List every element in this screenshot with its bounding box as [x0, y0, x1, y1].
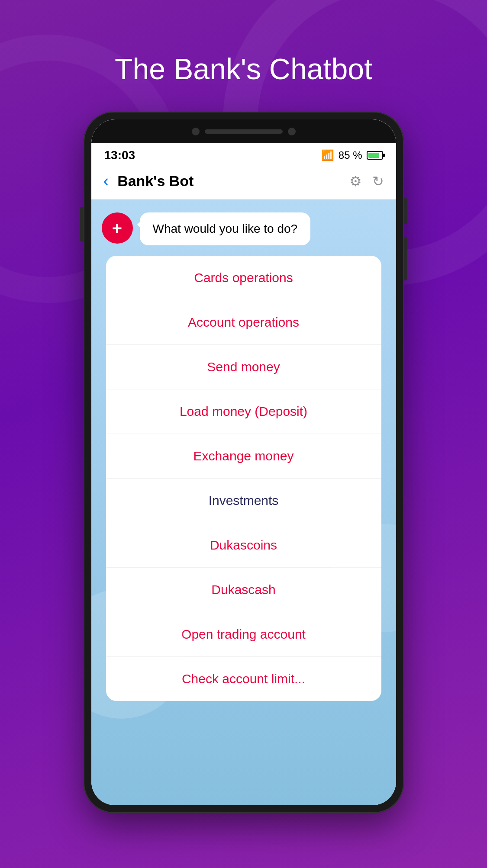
bot-question-text: What would you like to do?: [153, 222, 298, 235]
option-send-money[interactable]: Send money: [106, 345, 381, 389]
option-load-money[interactable]: Load money (Deposit): [106, 389, 381, 434]
option-investments[interactable]: Investments: [106, 479, 381, 523]
phone-side-button-2: [404, 237, 407, 280]
camera-dot-2: [288, 128, 296, 135]
battery-fill: [368, 153, 380, 158]
chat-area: + What would you like to do? Cards opera…: [91, 199, 396, 805]
battery-percent: 85 %: [339, 149, 362, 161]
wifi-icon: 📶: [321, 149, 334, 161]
option-cards-operations[interactable]: Cards operations: [106, 256, 381, 300]
settings-icon[interactable]: ⚙: [349, 173, 362, 190]
back-button[interactable]: ‹: [103, 172, 109, 190]
option-account-operations[interactable]: Account operations: [106, 300, 381, 345]
camera-dot: [192, 128, 200, 135]
status-time: 13:03: [104, 148, 135, 162]
refresh-icon[interactable]: ↻: [372, 173, 384, 190]
phone-frame: 13:03 📶 85 % ‹ Bank's Bot ⚙ ↻ +: [84, 112, 404, 813]
app-header: ‹ Bank's Bot ⚙ ↻: [91, 166, 396, 199]
option-exchange-money[interactable]: Exchange money: [106, 434, 381, 479]
battery-icon: [367, 151, 383, 160]
bot-message-row: + What would you like to do?: [102, 212, 386, 245]
status-bar: 13:03 📶 85 %: [91, 143, 396, 166]
page-title: The Bank's Chatbot: [115, 52, 372, 86]
status-right: 📶 85 %: [321, 149, 383, 161]
bot-avatar-icon: +: [112, 219, 122, 238]
phone-camera-bar: [91, 119, 396, 143]
speaker-bar: [205, 129, 283, 134]
phone-screen: 13:03 📶 85 % ‹ Bank's Bot ⚙ ↻ +: [91, 119, 396, 805]
bot-avatar: +: [102, 212, 133, 244]
phone-side-button-1: [404, 198, 407, 224]
app-title: Bank's Bot: [117, 173, 339, 190]
phone-side-button-left: [80, 207, 84, 241]
bot-bubble: What would you like to do?: [140, 212, 311, 245]
